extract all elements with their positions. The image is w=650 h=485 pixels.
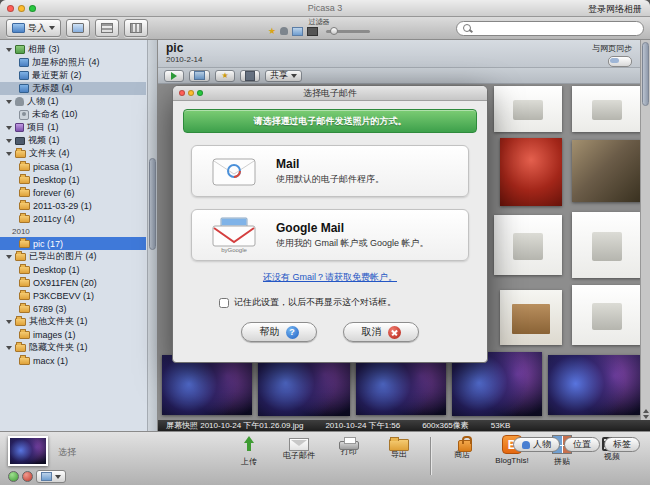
filter-photos-icon[interactable] xyxy=(292,27,303,36)
disclosure-triangle-icon[interactable] xyxy=(6,139,12,143)
dialog-minimize-button[interactable] xyxy=(188,90,194,96)
sidebar-item[interactable]: 文件夹 (4) xyxy=(0,147,146,160)
photo-thumbnail[interactable] xyxy=(500,290,562,345)
scroll-down-icon[interactable] xyxy=(643,415,649,419)
main-scrollbar-thumb[interactable] xyxy=(642,42,649,106)
sidebar-item[interactable]: images (1) xyxy=(0,328,146,341)
folder-icon xyxy=(19,215,30,223)
sidebar-scrollbar[interactable] xyxy=(147,40,157,431)
print-button[interactable]: 打印 xyxy=(328,435,370,457)
sidebar-item-label: 2010 xyxy=(12,227,30,236)
photo-thumbnail[interactable] xyxy=(500,138,562,206)
sidebar-item[interactable]: 2011-03-29 (1) xyxy=(0,199,146,212)
sidebar-item[interactable]: OX911FEN (20) xyxy=(0,276,146,289)
import-button[interactable]: 导入 xyxy=(6,19,61,37)
disclosure-triangle-icon[interactable] xyxy=(6,255,12,259)
album-icon xyxy=(19,58,29,67)
signin-web-albums-link[interactable]: 登录网络相册 xyxy=(588,3,642,16)
sidebar-item[interactable]: 人物 (1) xyxy=(0,95,146,108)
save-button[interactable] xyxy=(240,70,260,82)
search-input[interactable] xyxy=(475,22,637,34)
photo-thumbnail[interactable] xyxy=(356,355,446,415)
photo-thumbnail[interactable] xyxy=(162,355,252,415)
export-button[interactable]: 导出 xyxy=(378,435,420,460)
filter-label: 过滤器 xyxy=(309,18,330,26)
scroll-up-icon[interactable] xyxy=(643,409,649,413)
sidebar-item[interactable]: 未命名 (10) xyxy=(0,108,146,121)
disclosure-triangle-icon[interactable] xyxy=(6,152,12,156)
sidebar-item[interactable]: Desktop (1) xyxy=(0,173,146,186)
get-gmail-link[interactable]: 还没有 Gmail？请获取免费帐户。 xyxy=(183,271,477,284)
sidebar-item[interactable]: Desktop (1) xyxy=(0,263,146,276)
dialog-zoom-button[interactable] xyxy=(197,90,203,96)
sync-toggle[interactable] xyxy=(608,56,632,67)
sidebar-item[interactable]: forever (6) xyxy=(0,186,146,199)
filter-date-slider[interactable] xyxy=(326,30,370,33)
filter-faces-icon[interactable] xyxy=(280,27,288,35)
disclosure-triangle-icon[interactable] xyxy=(6,48,12,52)
panel-places-button[interactable]: 位置 xyxy=(564,437,600,452)
statusbar: 屏幕快照 2010-10-24 下午01.26.09.jpg 2010-10-2… xyxy=(158,420,650,431)
disclosure-triangle-icon[interactable] xyxy=(6,320,12,324)
sidebar-item[interactable]: macx (1) xyxy=(0,354,146,367)
sidebar-item[interactable]: 隐藏文件夹 (1) xyxy=(0,341,146,354)
search-field[interactable] xyxy=(456,21,644,36)
filter-videos-icon[interactable] xyxy=(307,27,318,36)
email-button[interactable]: 电子邮件 xyxy=(278,435,320,461)
view-tree-button[interactable] xyxy=(124,19,148,37)
disclosure-triangle-icon[interactable] xyxy=(6,126,12,130)
clear-selection-button[interactable] xyxy=(22,471,33,482)
sidebar-item[interactable]: picasa (1) xyxy=(0,160,146,173)
photo-thumbnail[interactable] xyxy=(548,355,640,415)
person-icon xyxy=(522,441,530,449)
panel-people-button[interactable]: 人物 xyxy=(513,437,560,452)
remember-setting-checkbox[interactable] xyxy=(219,298,229,308)
sidebar-item[interactable]: 最近更新 (2) xyxy=(0,69,146,82)
sidebar-item[interactable]: 2010 xyxy=(0,225,146,237)
photo-thumbnail[interactable] xyxy=(572,140,640,202)
disclosure-triangle-icon[interactable] xyxy=(6,100,12,104)
sidebar-item[interactable]: 无标题 (4) xyxy=(0,82,146,95)
sidebar-item[interactable]: 2011cy (4) xyxy=(0,212,146,225)
sidebar-item[interactable]: 加星标的照片 (4) xyxy=(0,56,146,69)
sidebar-item[interactable]: 其他文件夹 (1) xyxy=(0,315,146,328)
upload-button[interactable]: 上传 xyxy=(228,435,270,467)
google-mail-option[interactable]: byGoogle Google Mail 使用我的 Gmail 帐户或 Goog… xyxy=(191,209,469,261)
photo-thumbnail[interactable] xyxy=(572,285,640,345)
selection-tray-thumbnail[interactable] xyxy=(8,436,48,466)
view-grid-button[interactable] xyxy=(95,19,119,37)
titlebar: Picasa 3 登录网络相册 xyxy=(0,0,650,17)
sidebar-item[interactable]: pic (17) xyxy=(0,237,146,250)
photo-thumbnail[interactable] xyxy=(572,212,640,278)
filter-starred-icon[interactable]: ★ xyxy=(268,26,276,36)
sidebar-item[interactable]: 相册 (3) xyxy=(0,43,146,56)
mail-option[interactable]: Mail 使用默认的电子邮件程序。 xyxy=(191,145,469,197)
videos-icon xyxy=(15,137,25,145)
sidebar-item[interactable]: P3KCBEVV (1) xyxy=(0,289,146,302)
slideshow-play-button[interactable] xyxy=(164,70,184,82)
dialog-close-button[interactable] xyxy=(179,90,185,96)
sidebar-item-label: 人物 (1) xyxy=(27,95,59,108)
action-separator xyxy=(430,437,431,475)
photo-thumbnail[interactable] xyxy=(572,86,640,132)
gmail-icon: byGoogle xyxy=(202,217,266,254)
help-button[interactable]: 帮助 ? xyxy=(241,322,317,342)
add-to-album-button[interactable] xyxy=(36,470,66,483)
photo-thumbnail[interactable] xyxy=(494,86,562,132)
sidebar-item[interactable]: 已导出的图片 (4) xyxy=(0,250,146,263)
photo-thumbnail[interactable] xyxy=(494,215,562,275)
sidebar-item[interactable]: 视频 (1) xyxy=(0,134,146,147)
panel-tags-button[interactable]: 标签 xyxy=(604,437,640,452)
cancel-button[interactable]: 取消 xyxy=(343,322,419,342)
star-button[interactable]: ★ xyxy=(215,70,235,82)
share-button[interactable]: 共享 xyxy=(265,70,302,82)
main-scrollbar[interactable] xyxy=(640,40,650,420)
sidebar-scrollbar-thumb[interactable] xyxy=(149,158,156,250)
picture-button[interactable] xyxy=(189,70,210,82)
shop-button[interactable]: 商店 xyxy=(441,435,483,460)
add-album-button[interactable] xyxy=(66,19,90,37)
sidebar-item[interactable]: 项目 (1) xyxy=(0,121,146,134)
disclosure-triangle-icon[interactable] xyxy=(6,346,12,350)
sidebar-item[interactable]: 6789 (3) xyxy=(0,302,146,315)
hold-selection-button[interactable] xyxy=(8,471,19,482)
